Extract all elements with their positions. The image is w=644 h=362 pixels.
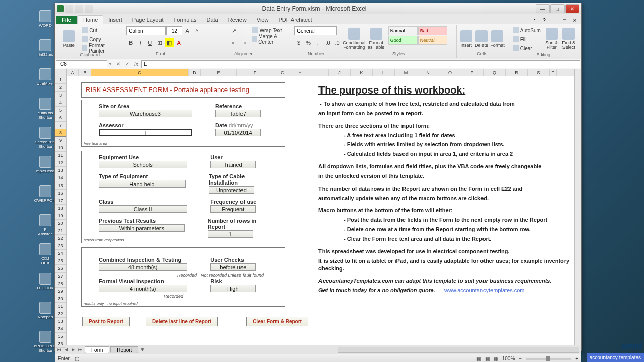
row-header[interactable]: 16 [55, 190, 66, 197]
fill-color-button[interactable]: ◧ [165, 38, 174, 47]
tab-page-layout[interactable]: Page Layout [127, 16, 169, 24]
currency-icon[interactable]: $ [294, 38, 303, 47]
workbook-restore-icon[interactable]: □ [561, 17, 568, 24]
row-header[interactable]: 27 [55, 273, 66, 280]
border-button[interactable]: ⊞ [155, 38, 164, 47]
row-header[interactable]: 2 [55, 84, 66, 92]
col-header[interactable]: M [395, 69, 417, 76]
format-painter-button[interactable]: Format Painter [80, 44, 120, 52]
increase-font-icon[interactable]: A [183, 26, 192, 35]
name-box[interactable]: C8 [56, 60, 107, 68]
row-header[interactable]: 12 [55, 159, 66, 167]
user-field[interactable]: Trained [210, 161, 256, 168]
paste-button[interactable]: Paste [60, 26, 78, 51]
style-normal[interactable]: Normal [388, 26, 418, 35]
fill-button[interactable]: Fill [511, 35, 542, 43]
percent-icon[interactable]: % [304, 38, 313, 47]
tab-last-icon[interactable]: ⏭ [77, 346, 84, 353]
sheet-tab-report[interactable]: Report [110, 346, 138, 353]
col-header[interactable]: S [528, 69, 550, 76]
merge-center-button[interactable]: Merge & Center [251, 35, 288, 43]
col-header[interactable]: T [550, 69, 557, 76]
minimize-button[interactable]: — [536, 4, 550, 13]
number-format-select[interactable] [294, 26, 337, 35]
cut-button[interactable]: Cut [80, 26, 120, 34]
format-cells-button[interactable]: Format [490, 26, 505, 51]
find-select-button[interactable]: Find & Select [561, 26, 576, 51]
confirm-edit-icon[interactable]: ✓ [123, 60, 131, 68]
italic-button[interactable]: I [136, 38, 145, 47]
insert-cells-button[interactable]: Insert [460, 26, 473, 51]
row-header[interactable]: 10 [55, 144, 66, 152]
desktop-icon[interactable]: rint32.ex [37, 39, 54, 61]
row-header[interactable]: 6 [55, 114, 66, 122]
frequency-field[interactable]: Frequent [210, 205, 256, 213]
class-field[interactable]: Class II [99, 205, 187, 213]
zoom-out-icon[interactable]: − [519, 356, 522, 361]
horizontal-scrollbar[interactable] [338, 347, 579, 353]
view-pagebreak-icon[interactable]: ▦ [494, 356, 498, 361]
row-header[interactable]: 8 [55, 129, 66, 137]
delete-cells-button[interactable]: Delete [475, 26, 488, 51]
tab-review[interactable]: Review [223, 16, 252, 24]
font-color-button[interactable]: A [174, 38, 183, 47]
wrap-text-button[interactable]: Wrap Text [251, 26, 288, 34]
zoom-in-icon[interactable]: + [575, 356, 578, 361]
col-header[interactable]: I [308, 69, 329, 76]
qat-save-icon[interactable] [65, 5, 73, 13]
increase-indent-icon[interactable]: ⇥ [239, 38, 249, 47]
post-to-report-button[interactable]: Post to Report [82, 317, 130, 326]
formula-input[interactable] [141, 60, 580, 68]
row-header[interactable]: 23 [55, 242, 66, 250]
tab-view[interactable]: View [252, 16, 274, 24]
vertical-scrollbar[interactable] [574, 69, 581, 345]
tab-insert[interactable]: Insert [103, 16, 127, 24]
macro-record-icon[interactable]: ▢ [75, 356, 79, 361]
col-header[interactable]: E [201, 69, 237, 76]
comma-icon[interactable]: , [313, 38, 323, 47]
row-header[interactable]: 3 [55, 92, 66, 99]
row-header[interactable]: 21 [55, 227, 66, 235]
col-header[interactable]: L [373, 69, 395, 76]
orientation-icon[interactable]: ↗ [230, 26, 239, 35]
row-header[interactable]: 34 [55, 325, 66, 333]
row-header[interactable]: 15 [55, 182, 66, 190]
desktop-icon[interactable]: ePUB.EPUB Shortcu [37, 331, 54, 353]
row-header[interactable]: 30 [55, 295, 66, 303]
row-header[interactable]: 17 [55, 197, 66, 205]
equipment-use-field[interactable]: Schools [99, 161, 187, 168]
row-header[interactable]: 20 [55, 220, 66, 227]
conditional-formatting-button[interactable]: Conditional Formatting [344, 26, 364, 51]
increase-decimal-icon[interactable]: .0 [323, 38, 332, 47]
desktop-icon[interactable]: F Architec [37, 214, 54, 236]
style-good[interactable]: Good [388, 36, 418, 45]
site-field[interactable]: Warehouse3 [99, 110, 192, 117]
tab-data[interactable]: Data [201, 16, 223, 24]
col-header[interactable]: D [189, 69, 201, 76]
clear-button[interactable]: Clear [511, 44, 542, 52]
font-size-select[interactable] [166, 26, 182, 35]
reference-field[interactable]: Table7 [215, 110, 261, 117]
decrease-decimal-icon[interactable]: .0 [333, 38, 342, 47]
row-header[interactable]: 24 [55, 250, 66, 257]
align-center-icon[interactable]: ≡ [211, 38, 220, 47]
desktop-icon[interactable]: mpleDeco [37, 156, 54, 178]
desktop-icon[interactable]: CDJ DEX [37, 243, 54, 265]
align-left-icon[interactable]: ≡ [201, 38, 210, 47]
close-button[interactable]: ✕ [565, 4, 579, 13]
align-bottom-icon[interactable]: ≡ [220, 26, 229, 35]
delete-last-line-button[interactable]: Delete last line of Report [146, 317, 218, 326]
tab-pdf-architect[interactable]: PDF Architect [273, 16, 317, 24]
row-header[interactable]: 9 [55, 137, 66, 144]
row-header[interactable]: 26 [55, 265, 66, 273]
view-normal-icon[interactable]: ▦ [476, 356, 481, 361]
style-neutral[interactable]: Neutral [418, 36, 447, 45]
workbook-close-icon[interactable]: ✕ [571, 17, 578, 24]
row-header[interactable]: 7 [55, 122, 66, 129]
col-header[interactable]: Q [484, 69, 506, 76]
copy-button[interactable]: Copy [80, 35, 120, 43]
col-header[interactable]: O [439, 69, 461, 76]
row-header[interactable]: 22 [55, 235, 66, 242]
clear-form-button[interactable]: Clear Form & Report [246, 317, 308, 326]
maximize-button[interactable]: □ [550, 4, 565, 13]
